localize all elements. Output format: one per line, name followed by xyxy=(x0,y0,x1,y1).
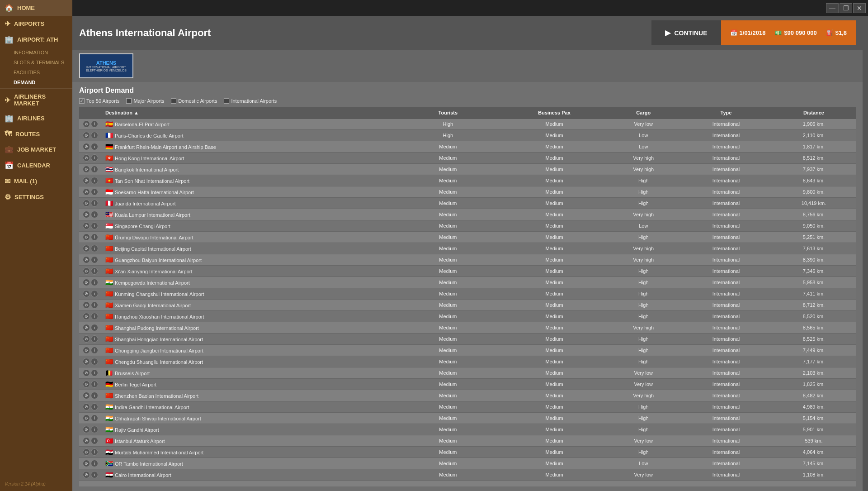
table-row[interactable]: ⊘i🇹🇷Istanbul Atatürk AirportMediumMedium… xyxy=(79,435,856,447)
info-icon[interactable]: i xyxy=(91,369,98,377)
info-icon[interactable]: i xyxy=(91,324,98,331)
block-icon[interactable]: ⊘ xyxy=(83,143,90,150)
info-icon[interactable]: i xyxy=(91,381,98,388)
table-row[interactable]: ⊘i🇨🇳Xiamen Gaoqi International AirportMe… xyxy=(79,300,856,311)
col-tourists[interactable]: Tourists xyxy=(413,107,483,119)
block-icon[interactable]: ⊘ xyxy=(83,290,90,297)
table-row[interactable]: ⊘i🇨🇳Shenzhen Bao'an International Airpor… xyxy=(79,390,856,401)
info-icon[interactable]: i xyxy=(91,471,98,478)
block-icon[interactable]: ⊘ xyxy=(83,347,90,354)
sidebar-item-airlines[interactable]: 🏢 AIRLINES xyxy=(0,110,72,126)
sidebar-item-airports[interactable]: ✈ AIRPORTS xyxy=(0,16,72,32)
info-icon[interactable]: i xyxy=(91,177,98,184)
restore-button[interactable]: ❐ xyxy=(840,3,852,13)
info-icon[interactable]: i xyxy=(91,211,98,218)
table-row[interactable]: ⊘i🇮🇳Indira Gandhi International AirportM… xyxy=(79,401,856,413)
block-icon[interactable]: ⊘ xyxy=(83,415,90,422)
table-row[interactable]: ⊘i🇨🇳Beijing Capital International Airpor… xyxy=(79,243,856,254)
info-icon[interactable]: i xyxy=(91,120,98,128)
info-icon[interactable]: i xyxy=(91,347,98,354)
page-scrollbar[interactable] xyxy=(863,0,868,491)
info-icon[interactable]: i xyxy=(91,415,98,422)
table-row[interactable]: ⊘i🇨🇳Kunming Changshui International Airp… xyxy=(79,288,856,300)
table-row[interactable]: ⊘i🇻🇳Tan Son Nhat International AirportMe… xyxy=(79,175,856,186)
col-distance[interactable]: Distance xyxy=(772,107,856,119)
block-icon[interactable]: ⊘ xyxy=(83,120,90,128)
filter-major-checkbox[interactable] xyxy=(126,98,132,104)
block-icon[interactable]: ⊘ xyxy=(83,437,90,444)
block-icon[interactable]: ⊘ xyxy=(83,324,90,331)
filter-domestic-checkbox[interactable] xyxy=(171,98,176,104)
filter-domestic[interactable]: Domestic Airports xyxy=(171,98,217,104)
block-icon[interactable]: ⊘ xyxy=(83,313,90,320)
info-icon[interactable]: i xyxy=(91,154,98,162)
block-icon[interactable]: ⊘ xyxy=(83,403,90,410)
info-icon[interactable]: i xyxy=(91,290,98,297)
block-icon[interactable]: ⊘ xyxy=(83,166,90,173)
sidebar-sub-demand[interactable]: DEMAND xyxy=(0,77,72,87)
table-row[interactable]: ⊘i🇲🇾Kuala Lumpur International AirportMe… xyxy=(79,209,856,220)
block-icon[interactable]: ⊘ xyxy=(83,301,90,309)
col-type[interactable]: Type xyxy=(680,107,772,119)
table-row[interactable]: ⊘i🇩🇪Berlin Tegel AirportMediumMediumVery… xyxy=(79,379,856,390)
sidebar-sub-slots[interactable]: SLOTS & TERMINALS xyxy=(0,57,72,67)
info-icon[interactable]: i xyxy=(91,245,98,252)
info-icon[interactable]: i xyxy=(91,426,98,433)
block-icon[interactable]: ⊘ xyxy=(83,392,90,399)
table-row[interactable]: ⊘i🇿🇦OR Tambo International AirportMedium… xyxy=(79,458,856,469)
block-icon[interactable]: ⊘ xyxy=(83,256,90,263)
block-icon[interactable]: ⊘ xyxy=(83,471,90,478)
table-row[interactable]: ⊘i🇨🇳Chengdu Shuangliu International Airp… xyxy=(79,356,856,367)
info-icon[interactable]: i xyxy=(91,437,98,444)
table-row[interactable]: ⊘i🇨🇳Guangzhou Baiyun International Airpo… xyxy=(79,254,856,266)
table-row[interactable]: ⊘i🇪🇬Cairo International AirportMediumMed… xyxy=(79,469,856,481)
table-row[interactable]: ⊘i🇮🇩Soekarno Hatta International Airport… xyxy=(79,186,856,198)
sidebar-item-airport-ath[interactable]: 🏢 AIRPORT: ATH xyxy=(0,32,72,48)
info-icon[interactable]: i xyxy=(91,132,98,139)
block-icon[interactable]: ⊘ xyxy=(83,132,90,139)
block-icon[interactable]: ⊘ xyxy=(83,222,90,229)
table-row[interactable]: ⊘i🇫🇷Paris-Charles de Gaulle AirportHighM… xyxy=(79,130,856,141)
block-icon[interactable]: ⊘ xyxy=(83,381,90,388)
info-icon[interactable]: i xyxy=(91,200,98,207)
info-icon[interactable]: i xyxy=(91,301,98,309)
table-row[interactable]: ⊘i🇧🇪Brussels AirportMediumMediumVery low… xyxy=(79,367,856,379)
block-icon[interactable]: ⊘ xyxy=(83,188,90,195)
table-row[interactable]: ⊘i🇩🇪Frankfurt Rhein-Main Airport and Air… xyxy=(79,141,856,153)
table-row[interactable]: ⊘i🇨🇳Xi'an Xianyang International Airport… xyxy=(79,266,856,277)
table-row[interactable]: ⊘i🇨🇳Chongqing Jiangbei International Air… xyxy=(79,345,856,356)
info-icon[interactable]: i xyxy=(91,448,98,456)
table-row[interactable]: ⊘i🇹🇭Bangkok International AirportMediumM… xyxy=(79,164,856,175)
block-icon[interactable]: ⊘ xyxy=(83,154,90,162)
block-icon[interactable]: ⊘ xyxy=(83,460,90,467)
block-icon[interactable]: ⊘ xyxy=(83,245,90,252)
block-icon[interactable]: ⊘ xyxy=(83,335,90,343)
table-row[interactable]: ⊘i🇮🇳Rajiv Gandhi AirportMediumMediumHigh… xyxy=(79,424,856,435)
block-icon[interactable]: ⊘ xyxy=(83,279,90,286)
table-row[interactable]: ⊘i🇨🇳Hangzhou Xiaoshan International Airp… xyxy=(79,311,856,322)
filter-international-checkbox[interactable] xyxy=(224,98,229,104)
sidebar-item-calendar[interactable]: 📅 CALENDAR xyxy=(0,157,72,173)
info-icon[interactable]: i xyxy=(91,166,98,173)
block-icon[interactable]: ⊘ xyxy=(83,234,90,241)
block-icon[interactable]: ⊘ xyxy=(83,200,90,207)
info-icon[interactable]: i xyxy=(91,358,98,365)
sidebar-sub-information[interactable]: INFORMATION xyxy=(0,48,72,57)
sidebar-item-home[interactable]: 🏠 HOME xyxy=(0,0,72,16)
table-row[interactable]: ⊘i🇭🇰Hong Kong International AirportMediu… xyxy=(79,153,856,164)
block-icon[interactable]: ⊘ xyxy=(83,267,90,275)
info-icon[interactable]: i xyxy=(91,279,98,286)
info-icon[interactable]: i xyxy=(91,234,98,241)
table-row[interactable]: ⊘i🇮🇳Kempegowda International AirportMedi… xyxy=(79,277,856,288)
table-row[interactable]: ⊘i🇨🇳Shanghai Pudong International Airpor… xyxy=(79,322,856,334)
minimize-button[interactable]: — xyxy=(826,3,839,13)
col-destination[interactable]: Destination ▲ xyxy=(102,107,413,119)
table-row[interactable]: ⊘i🇮🇳Chhatrapati Shivaji International Ai… xyxy=(79,413,856,424)
sidebar-item-job-market[interactable]: 💼 JOB MARKET xyxy=(0,142,72,157)
table-row[interactable]: ⊘i🇨🇳Shanghai Hongqiao International Airp… xyxy=(79,334,856,345)
info-icon[interactable]: i xyxy=(91,267,98,275)
sidebar-item-airliners[interactable]: ✈ AIRLINERS MARKET xyxy=(0,90,72,110)
info-icon[interactable]: i xyxy=(91,222,98,229)
info-icon[interactable]: i xyxy=(91,313,98,320)
block-icon[interactable]: ⊘ xyxy=(83,211,90,218)
